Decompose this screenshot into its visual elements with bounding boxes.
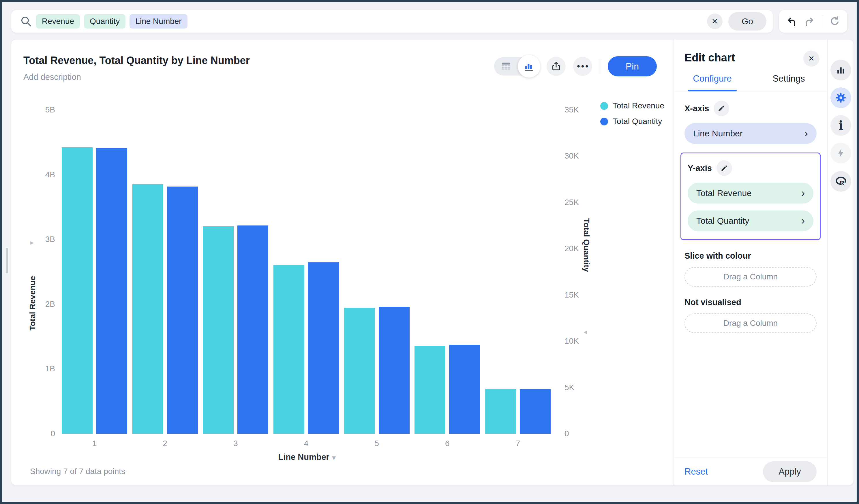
reset-button[interactable]: Reset: [684, 467, 708, 477]
edit-chart-panel: Edit chart ✕ Configure Settings X-axis L…: [674, 40, 827, 485]
x-tick-3: 3: [203, 439, 268, 448]
x-axis-field-picker[interactable]: Line Number▾: [259, 453, 355, 462]
refresh-icon[interactable]: [829, 16, 841, 27]
bar-total-quantity-4[interactable]: [308, 262, 339, 434]
x-tick-7: 7: [485, 439, 551, 448]
yaxis-field-total-quantity[interactable]: Total Quantity ›: [688, 211, 813, 231]
slice-drop-zone[interactable]: Drag a Column: [684, 267, 817, 287]
left-panel-resize-handle[interactable]: [6, 248, 8, 273]
panel-tabs: Configure Settings: [674, 74, 827, 91]
bar-group-1: [62, 110, 127, 434]
bar-total-quantity-6[interactable]: [449, 345, 480, 434]
right-axis-arrow[interactable]: ◂: [584, 328, 587, 336]
bar-total-revenue-2[interactable]: [132, 184, 163, 434]
axis-tick: 20K: [564, 244, 579, 253]
bar-total-revenue-3[interactable]: [203, 226, 233, 434]
legend-item-total-revenue[interactable]: Total Revenue: [600, 101, 664, 110]
bar-total-revenue-7[interactable]: [485, 389, 516, 434]
app-window: RevenueQuantityLine Number ✕ Go Total Re…: [0, 0, 859, 504]
bar-total-quantity-5[interactable]: [379, 307, 410, 434]
legend-dot: [600, 102, 608, 110]
table-view-icon[interactable]: [494, 61, 518, 72]
bar-chart-icon: [835, 65, 846, 76]
axis-tick: 15K: [564, 290, 579, 300]
bar-group-4: [273, 110, 339, 434]
quick-actions-button[interactable]: [830, 143, 851, 164]
search-icon: [20, 15, 32, 27]
x-tick-2: 2: [132, 439, 198, 448]
axis-tick: 30K: [564, 151, 579, 161]
yaxis-edit-pencil-icon[interactable]: [717, 160, 732, 176]
pin-button[interactable]: Pin: [608, 56, 657, 76]
gear-icon: [835, 92, 847, 104]
bar-group-5: [344, 110, 410, 434]
search-clear-button[interactable]: ✕: [707, 14, 723, 29]
bar-total-quantity-7[interactable]: [520, 389, 551, 434]
data-points-footnote: Showing 7 of 7 data points: [30, 467, 125, 476]
bar-total-revenue-4[interactable]: [273, 265, 304, 434]
bar-total-revenue-5[interactable]: [344, 308, 375, 434]
panel-footer: Reset Apply: [674, 458, 827, 485]
right-icon-strip: i R: [827, 40, 854, 485]
table-chart-toggle[interactable]: [494, 57, 539, 76]
left-axis-arrow[interactable]: ▸: [30, 239, 34, 246]
bar-total-revenue-6[interactable]: [415, 346, 446, 434]
search-chip-list[interactable]: RevenueQuantityLine Number: [36, 14, 707, 29]
yaxis-section-label: Y-axis: [688, 164, 712, 173]
divider: [822, 15, 823, 28]
divider: [600, 59, 600, 74]
chart-description-placeholder[interactable]: Add description: [24, 72, 81, 82]
configure-gear-button[interactable]: [830, 87, 851, 108]
bar-total-quantity-1[interactable]: [96, 148, 127, 434]
search-chip-line-number[interactable]: Line Number: [130, 14, 187, 29]
tab-settings[interactable]: Settings: [751, 74, 827, 91]
axis-tick: 5K: [564, 383, 574, 392]
axis-tick: 25K: [564, 198, 579, 207]
x-tick-5: 5: [344, 439, 410, 448]
undo-icon[interactable]: [786, 16, 797, 27]
axis-tick: 35K: [564, 105, 579, 114]
bar-group-6: [415, 110, 480, 434]
legend-label: Total Revenue: [613, 101, 664, 110]
panel-title: Edit chart: [684, 51, 735, 64]
xaxis-section-label: X-axis: [684, 104, 709, 113]
info-button[interactable]: i: [830, 115, 851, 136]
chart-toolbar: ••• Pin: [494, 56, 657, 76]
legend-item-total-quantity[interactable]: Total Quantity: [600, 117, 664, 126]
more-options-button[interactable]: •••: [573, 57, 592, 76]
axis-tick: 0: [564, 429, 569, 438]
redo-icon[interactable]: [804, 16, 815, 27]
chart-legend: Total RevenueTotal Quantity: [600, 101, 664, 126]
panel-close-button[interactable]: ✕: [803, 50, 819, 66]
panel-body: X-axis Line Number › Y-axis: [684, 101, 817, 333]
bar-group-3: [203, 110, 268, 434]
y-axis-right-title: Total Quantity: [582, 218, 591, 272]
main-card: Total Revenue, Total Quantity by Line Nu…: [11, 39, 854, 486]
bar-total-revenue-1[interactable]: [62, 147, 93, 434]
chart-type-button[interactable]: [830, 60, 851, 80]
search-chip-quantity[interactable]: Quantity: [84, 14, 125, 29]
slice-section-label: Slice with colour: [684, 251, 817, 261]
notvis-drop-zone[interactable]: Drag a Column: [684, 314, 817, 333]
bar-total-quantity-2[interactable]: [167, 186, 198, 434]
bar-group-2: [132, 110, 198, 434]
bar-total-quantity-3[interactable]: [237, 226, 268, 434]
yaxis-field-total-revenue[interactable]: Total Revenue ›: [688, 183, 813, 203]
chart-view-icon[interactable]: [518, 55, 540, 78]
xaxis-field-line-number[interactable]: Line Number ›: [684, 123, 817, 144]
bar-group-7: [485, 110, 551, 434]
search-bar[interactable]: RevenueQuantityLine Number ✕ Go: [11, 10, 773, 33]
xaxis-edit-pencil-icon[interactable]: [714, 101, 729, 116]
r-analytics-button[interactable]: R: [830, 171, 851, 192]
share-button[interactable]: [547, 57, 566, 76]
x-tick-4: 4: [273, 439, 339, 448]
notvis-section-label: Not visualised: [684, 297, 817, 307]
legend-label: Total Quantity: [613, 117, 662, 126]
chart-area: Total Revenue, Total Quantity by Line Nu…: [11, 40, 674, 485]
search-chip-revenue[interactable]: Revenue: [36, 14, 80, 29]
x-tick-6: 6: [415, 439, 480, 448]
y-axis-left-ticks: 5B4B3B2B1B0: [29, 110, 55, 434]
apply-button[interactable]: Apply: [763, 461, 817, 482]
go-button[interactable]: Go: [728, 12, 766, 31]
tab-configure[interactable]: Configure: [674, 74, 751, 91]
